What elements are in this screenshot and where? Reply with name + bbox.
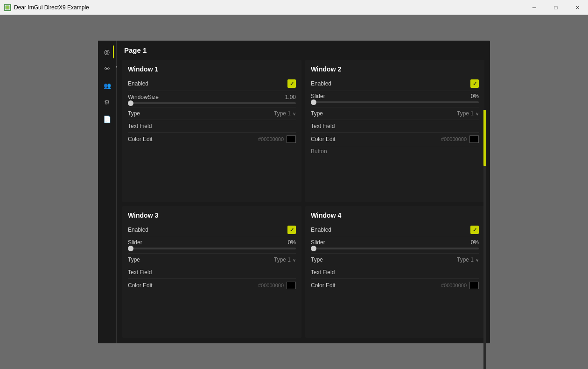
window4-enabled-checkbox[interactable]: ✓	[470, 226, 479, 234]
titlebar: Dear ImGui DirectX9 Example ─ □ ✕	[0, 0, 588, 15]
settings-icon: ⚙	[104, 99, 110, 106]
window-panel-1: Window 1 Enabled ✓ WindowSize 1.00	[122, 60, 301, 202]
window4-type-label: Type	[311, 256, 323, 263]
window2-color-hex: #00000000	[441, 136, 467, 142]
window1-enabled-label: Enabled	[128, 80, 148, 87]
page-title: Page 1	[117, 41, 490, 58]
window1-slider-thumb[interactable]	[128, 100, 133, 106]
window2-enabled-row: Enabled ✓	[311, 78, 479, 90]
sidebar: ◎ 👁 👥 ⚙ 📄	[98, 41, 117, 343]
window1-windowsize-label: WindowSize	[128, 94, 159, 100]
window4-type-dropdown[interactable]: Type 1 ∨	[457, 256, 479, 263]
divider	[128, 278, 296, 279]
chevron-down-icon: ∨	[476, 111, 479, 116]
window1-enabled-checkbox[interactable]: ✓	[287, 79, 296, 88]
window2-color-label: Color Edit	[311, 136, 336, 142]
window4-title: Window 4	[311, 212, 479, 219]
maximize-button[interactable]: □	[545, 0, 567, 15]
window2-slider-label: Slider	[311, 93, 325, 99]
divider	[128, 91, 296, 91]
divider	[128, 107, 296, 107]
window3-slider-track[interactable]	[128, 248, 296, 249]
window1-type-dropdown[interactable]: Type 1 ∨	[274, 110, 296, 117]
window3-slider-value: 0%	[288, 239, 296, 246]
window3-color-label: Color Edit	[128, 282, 153, 289]
window1-textfield-label: Text Field	[128, 123, 152, 129]
window3-enabled-row: Enabled ✓	[128, 224, 296, 236]
chevron-down-icon: ∨	[293, 257, 296, 263]
sidebar-item-users[interactable]: 👥	[101, 79, 114, 92]
window2-enabled-label: Enabled	[311, 80, 331, 87]
window3-title: Window 3	[128, 212, 296, 219]
check-icon: ✓	[473, 81, 477, 87]
window4-textfield-row: Text Field	[311, 267, 479, 277]
window2-enabled-checkbox[interactable]: ✓	[470, 79, 479, 88]
window-panel-4: Window 4 Enabled ✓ Slider 0%	[305, 206, 484, 338]
divider	[311, 253, 479, 254]
divider	[128, 266, 296, 266]
window2-type-value: Type 1	[457, 110, 474, 117]
divider	[128, 132, 296, 133]
main-window: ◎ 👁 👥 ⚙ 📄 › Page 1 Window 1	[98, 41, 490, 343]
scrollbar-track[interactable]	[483, 110, 486, 369]
window2-slider-track[interactable]	[311, 101, 479, 103]
window4-textfield-label: Text Field	[311, 269, 335, 276]
window4-slider-thumb[interactable]	[311, 246, 316, 251]
window3-type-value: Type 1	[274, 256, 291, 263]
window2-color-swatch[interactable]	[469, 135, 479, 143]
eye-icon: 👁	[104, 65, 110, 72]
window4-color-swatch[interactable]	[469, 282, 479, 289]
window3-slider-thumb[interactable]	[128, 246, 133, 251]
window3-textfield-label: Text Field	[128, 269, 152, 276]
window4-enabled-label: Enabled	[311, 227, 331, 233]
sidebar-item-document[interactable]: 📄	[101, 113, 114, 126]
content-area: Page 1 Window 1 Enabled ✓ WindowSize 1.0	[117, 41, 490, 343]
window3-type-dropdown[interactable]: Type 1 ∨	[274, 256, 296, 263]
collapse-arrow[interactable]: ›	[116, 64, 118, 70]
window4-slider-label: Slider	[311, 239, 325, 246]
sidebar-item-circle[interactable]: ◎	[101, 45, 114, 58]
divider	[128, 120, 296, 120]
window1-color-right: #00000000	[258, 135, 296, 143]
close-button[interactable]: ✕	[567, 0, 588, 15]
windows-grid: Window 1 Enabled ✓ WindowSize 1.00	[117, 58, 490, 343]
window3-color-right: #00000000	[258, 282, 296, 289]
window4-color-label: Color Edit	[311, 282, 336, 289]
check-icon: ✓	[290, 81, 294, 87]
window4-type-row: Type Type 1 ∨	[311, 255, 479, 265]
window2-textfield-row: Text Field	[311, 121, 479, 131]
scrollbar-thumb[interactable]	[483, 110, 486, 166]
window2-color-row: Color Edit #00000000	[311, 134, 479, 145]
window2-textfield-label: Text Field	[311, 123, 335, 129]
window1-color-swatch[interactable]	[287, 135, 296, 143]
sidebar-item-settings[interactable]: ⚙	[101, 96, 114, 109]
window1-windowsize-value: 1.00	[285, 94, 296, 100]
window2-type-label: Type	[311, 110, 323, 117]
sidebar-item-eye[interactable]: 👁	[101, 62, 114, 75]
window2-type-dropdown[interactable]: Type 1 ∨	[457, 110, 479, 117]
users-icon: 👥	[104, 82, 111, 89]
window3-slider-label: Slider	[128, 239, 142, 246]
chevron-down-icon: ∨	[476, 257, 479, 263]
app-area: ◎ 👁 👥 ⚙ 📄 › Page 1 Window 1	[0, 15, 588, 369]
window-panel-3: Window 3 Enabled ✓ Slider 0%	[122, 206, 301, 338]
window1-slider-track[interactable]	[128, 102, 296, 104]
window3-enabled-checkbox[interactable]: ✓	[287, 226, 296, 234]
window3-type-row: Type Type 1 ∨	[128, 255, 296, 265]
window4-slider-row: Slider 0%	[311, 239, 479, 246]
window3-color-hex: #00000000	[258, 283, 284, 288]
window1-color-label: Color Edit	[128, 136, 153, 142]
window-panel-2: Window 2 Enabled ✓ Slider 0%	[305, 60, 484, 202]
window3-color-swatch[interactable]	[287, 282, 296, 289]
window1-title: Window 1	[128, 65, 296, 73]
window-title: Dear ImGui DirectX9 Example	[14, 4, 89, 11]
window1-enabled-row: Enabled ✓	[128, 78, 296, 90]
divider	[311, 266, 479, 266]
check-icon: ✓	[290, 227, 294, 233]
minimize-button[interactable]: ─	[524, 0, 545, 15]
window3-textfield-row: Text Field	[128, 267, 296, 277]
window4-slider-track[interactable]	[311, 248, 479, 249]
window2-color-right: #00000000	[441, 135, 479, 143]
window-controls: ─ □ ✕	[524, 0, 588, 15]
window2-slider-thumb[interactable]	[311, 99, 316, 105]
